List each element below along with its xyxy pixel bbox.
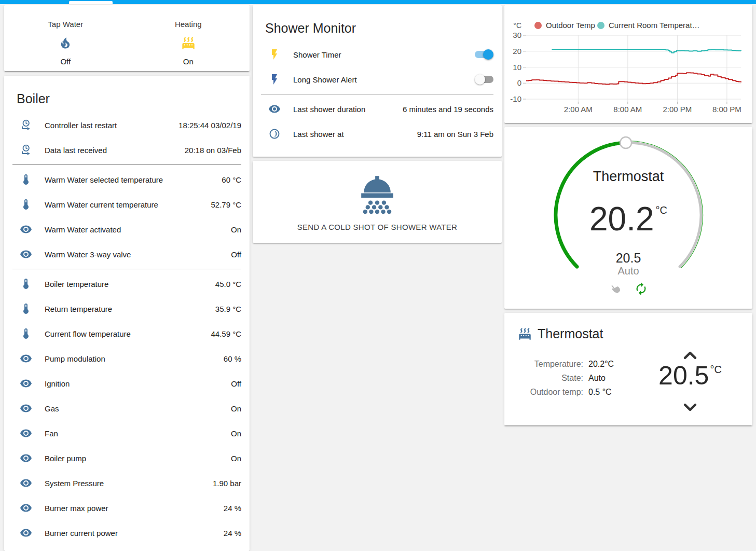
clock-restart-icon bbox=[20, 144, 32, 156]
hand-pointer-icon[interactable] bbox=[609, 282, 623, 296]
entity-row[interactable]: Last shower at9:11 am on Sun 3 Feb bbox=[253, 121, 502, 146]
entity-row[interactable]: Long Shower Alert bbox=[253, 67, 502, 92]
glance-item-label: Tap Water bbox=[48, 20, 83, 29]
entity-value: 45.0 °C bbox=[215, 280, 241, 288]
toggle-on[interactable] bbox=[475, 49, 493, 60]
x-tick-label: 2:00 AM bbox=[564, 105, 593, 114]
active-tab-indicator[interactable] bbox=[69, 1, 113, 4]
dial-setpoint: 20.5 bbox=[504, 251, 752, 266]
entity-label: Warm Water current temperature bbox=[45, 200, 158, 209]
autorenew-icon bbox=[634, 282, 648, 296]
divider bbox=[261, 94, 493, 94]
temp-up-button[interactable] bbox=[649, 347, 732, 358]
x-tick-label: 8:00 PM bbox=[712, 105, 741, 114]
entity-row[interactable]: Pump modulation60 % bbox=[4, 346, 250, 371]
autorenew-icon[interactable] bbox=[634, 282, 648, 296]
entity-row[interactable]: IgnitionOff bbox=[4, 371, 250, 396]
entity-value: 18:25:44 03/02/19 bbox=[178, 121, 241, 130]
dial-mode: Auto bbox=[504, 265, 752, 277]
entity-row[interactable]: Burner max power24 % bbox=[4, 495, 250, 520]
cold-shot-button-label: SEND A COLD SHOT OF SHOWER WATER bbox=[297, 223, 458, 231]
thermometer-icon bbox=[20, 198, 32, 211]
target-temp-unit: °C bbox=[710, 364, 721, 375]
entity-label: Last shower at bbox=[293, 130, 344, 139]
entity-label: Boiler temperature bbox=[45, 280, 108, 288]
eye-icon bbox=[20, 248, 32, 260]
entity-row[interactable]: Shower Timer bbox=[253, 42, 502, 67]
entity-label: Shower Timer bbox=[293, 50, 341, 59]
shower-icon bbox=[355, 174, 399, 217]
entity-row[interactable]: GasOn bbox=[4, 396, 250, 421]
app-header bbox=[0, 0, 756, 4]
entity-row[interactable]: Current flow temperature44.59 °C bbox=[4, 321, 250, 346]
legend-dot bbox=[534, 22, 542, 29]
target-temperature: 20.5°C bbox=[649, 361, 732, 395]
entity-label: Boiler pump bbox=[45, 454, 86, 463]
thermometer-icon bbox=[20, 278, 32, 290]
entity-label: Last shower duration bbox=[293, 105, 365, 114]
dial-knob[interactable] bbox=[620, 137, 631, 148]
boiler-card-title: Boiler bbox=[4, 76, 250, 113]
series-line bbox=[526, 73, 741, 84]
entity-value: On bbox=[231, 454, 241, 463]
info-label: State: bbox=[504, 374, 583, 383]
y-tick-label: 30 bbox=[513, 31, 521, 39]
glance-card: Tap WaterOffHeatingOn bbox=[4, 5, 250, 71]
thermostat-card-title: Thermostat bbox=[538, 326, 603, 341]
entity-label: Return temperature bbox=[45, 305, 112, 313]
entity-label: Warm Water activated bbox=[45, 225, 121, 234]
entity-row[interactable]: Warm Water 3-way valveOff bbox=[4, 242, 250, 267]
entity-row[interactable]: FanOn bbox=[4, 421, 250, 446]
info-value: 0.5 °C bbox=[588, 388, 614, 397]
info-value: Auto bbox=[588, 374, 614, 383]
entity-row[interactable]: System Pressure1.90 bar bbox=[4, 471, 250, 495]
dial-current-temperature: 20.2°C bbox=[504, 200, 752, 238]
entity-row[interactable]: Warm Water activatedOn bbox=[4, 217, 250, 242]
cold-shot-button-card[interactable]: SEND A COLD SHOT OF SHOWER WATER bbox=[253, 161, 502, 243]
legend-label: Outdoor Temp bbox=[546, 21, 595, 30]
entity-row[interactable]: Burner current power24 % bbox=[4, 520, 250, 545]
thermostat-dial-card: Thermostat 20.2°C 20.5 Auto bbox=[504, 127, 752, 309]
entity-label: Ignition bbox=[45, 379, 70, 388]
temp-down-button[interactable] bbox=[649, 398, 732, 410]
glance-item-tap-water[interactable]: Tap WaterOff bbox=[4, 5, 127, 71]
entity-row[interactable]: Warm Water current temperature52.79 °C bbox=[4, 192, 250, 217]
radiator-icon bbox=[518, 327, 532, 341]
eye-icon bbox=[20, 352, 32, 365]
eye-icon bbox=[20, 402, 32, 415]
entity-row[interactable]: Boiler temperature45.0 °C bbox=[4, 271, 250, 296]
chevron-down-icon bbox=[681, 398, 699, 416]
entity-row[interactable]: Boiler pumpOn bbox=[4, 446, 250, 471]
flash-icon bbox=[268, 48, 281, 61]
entity-row[interactable]: Last shower duration6 minutes and 19 sec… bbox=[253, 97, 502, 121]
hand-icon bbox=[609, 282, 623, 296]
y-tick-label: 10 bbox=[513, 63, 521, 72]
entity-row[interactable]: Controller last restart18:25:44 03/02/19 bbox=[4, 113, 250, 137]
entity-value: 6 minutes and 19 seconds bbox=[403, 105, 493, 114]
legend-dot bbox=[597, 22, 604, 29]
entity-label: Pump modulation bbox=[45, 354, 105, 363]
thermometer-icon bbox=[20, 302, 32, 315]
dial-unit: °C bbox=[656, 204, 667, 216]
temperature-history-chart-card: 3020100-102:00 AM8:00 AM2:00 PM8:00 PM°C… bbox=[504, 5, 752, 123]
y-tick-label: 20 bbox=[513, 47, 521, 56]
clock-restart-icon bbox=[20, 119, 32, 131]
eye-icon bbox=[20, 452, 32, 464]
thermometer-icon bbox=[20, 327, 32, 340]
entity-row[interactable]: Return temperature35.9 °C bbox=[4, 296, 250, 321]
glance-item-state: On bbox=[183, 57, 194, 66]
fire-icon bbox=[58, 36, 73, 50]
axis-unit-label: °C bbox=[513, 21, 521, 30]
entity-label: Current flow temperature bbox=[45, 329, 131, 338]
toggle-off[interactable] bbox=[475, 74, 493, 85]
y-tick-label: -10 bbox=[510, 94, 521, 103]
dial-title: Thermostat bbox=[504, 169, 752, 185]
info-label: Outdoor temp: bbox=[504, 388, 583, 397]
entity-row[interactable]: Data last received20:18 on 03/Feb bbox=[4, 137, 250, 162]
glance-item-heating[interactable]: HeatingOn bbox=[127, 5, 250, 71]
entity-label: Data last received bbox=[45, 146, 107, 155]
temperature-history-chart: 3020100-102:00 AM8:00 AM2:00 PM8:00 PM°C… bbox=[504, 5, 752, 123]
entity-row[interactable]: Warm Water selected temperature60 °C bbox=[4, 167, 250, 192]
legend-label: Current Room Temperat… bbox=[609, 21, 700, 30]
entity-value: On bbox=[231, 429, 241, 438]
